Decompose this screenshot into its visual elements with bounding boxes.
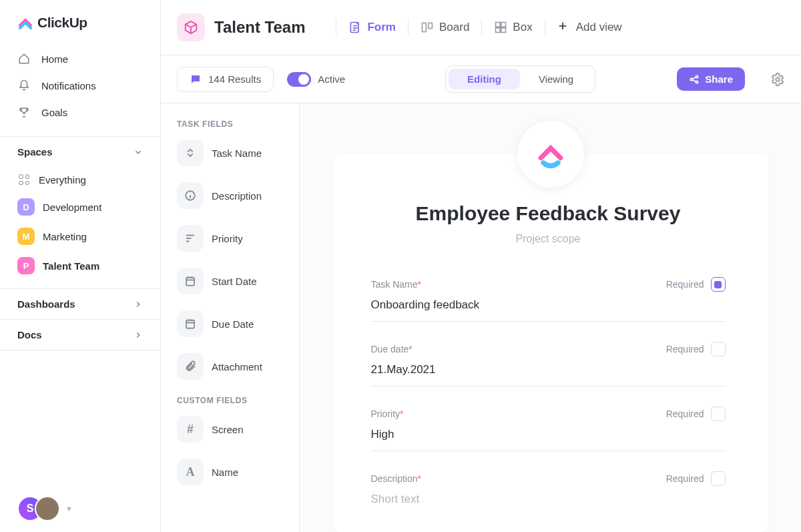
svg-rect-13 [186, 320, 194, 328]
space-development[interactable]: D Development [0, 192, 160, 222]
field-start-date[interactable]: Start Date [177, 268, 294, 294]
view-tab-box[interactable]: Box [494, 21, 532, 34]
required-toggle[interactable]: Required [666, 277, 726, 292]
space-chip-icon[interactable] [177, 13, 205, 41]
toolbar: 144 Results Active Editing Viewing Share [161, 55, 801, 103]
divider [336, 19, 336, 36]
calendar-icon [177, 310, 204, 337]
mode-editing[interactable]: Editing [449, 69, 520, 89]
expand-icon [177, 140, 204, 166]
form-canvas: Employee Feedback Survey Project scope T… [299, 103, 801, 532]
logo[interactable]: ClickUp [0, 15, 160, 45]
spaces-toggle[interactable]: Spaces [0, 136, 160, 167]
field-label: Start Date [212, 276, 257, 287]
sidebar: ClickUp Home Notifications Goals Spaces [0, 0, 161, 532]
space-label: Talent Team [43, 260, 99, 272]
form-field-priority[interactable]: Priority* Required High [371, 401, 726, 451]
plus-icon [557, 21, 571, 34]
nav-goals[interactable]: Goals [0, 99, 160, 125]
docs-toggle[interactable]: Docs [0, 319, 160, 350]
nav-notifications-label: Notifications [41, 80, 96, 91]
mode-viewing[interactable]: Viewing [520, 69, 592, 89]
nav-goals-label: Goals [41, 107, 67, 118]
priority-icon [177, 225, 204, 252]
field-due-date[interactable]: Due Date [177, 310, 294, 337]
space-marketing[interactable]: M Marketing [0, 222, 160, 251]
checkbox-checked-icon[interactable] [711, 277, 726, 292]
required-toggle[interactable]: Required [666, 407, 726, 421]
space-label: Marketing [43, 231, 87, 242]
space-title: Talent Team [214, 18, 305, 37]
switch-on-icon[interactable] [287, 72, 311, 87]
svg-rect-5 [496, 28, 501, 33]
active-toggle[interactable]: Active [287, 72, 345, 87]
field-value[interactable]: High [371, 428, 726, 441]
space-everything[interactable]: Everything [0, 167, 160, 192]
required-toggle[interactable]: Required [666, 471, 726, 486]
main-area: Talent Team Form Board Box A [161, 0, 801, 532]
nav-notifications[interactable]: Notifications [0, 72, 160, 99]
space-badge: P [17, 257, 35, 274]
field-attachment[interactable]: Attachment [177, 353, 294, 380]
active-label: Active [318, 73, 345, 85]
results-button[interactable]: 144 Results [177, 67, 274, 92]
form-card: Employee Feedback Survey Project scope T… [333, 154, 768, 532]
divider [545, 19, 545, 36]
box-icon [494, 21, 507, 34]
dashboards-toggle[interactable]: Dashboards [0, 288, 160, 319]
add-view-button[interactable]: Add view [557, 21, 622, 34]
form-logo[interactable] [517, 121, 584, 188]
settings-button[interactable] [770, 72, 785, 87]
nav-home[interactable]: Home [0, 45, 160, 72]
chevron-right-icon [134, 330, 143, 340]
space-talent-team[interactable]: P Talent Team [0, 251, 160, 280]
add-view-label: Add view [576, 21, 622, 34]
field-label: Name [212, 467, 238, 478]
view-tab-board-label: Board [439, 21, 469, 34]
checkbox-icon[interactable] [711, 407, 726, 421]
field-value[interactable]: Onboarding feedback [371, 298, 726, 312]
form-field-description[interactable]: Description* Required Short text [371, 466, 726, 515]
field-priority[interactable]: Priority [177, 225, 294, 252]
everything-icon [17, 173, 31, 186]
svg-rect-1 [422, 23, 426, 31]
avatar-stack[interactable]: S ▼ [0, 485, 160, 532]
custom-fields-heading: CUSTOM FIELDS [177, 396, 294, 405]
space-badge: M [17, 228, 35, 245]
field-label: Priority [212, 233, 243, 244]
form-title[interactable]: Employee Feedback Survey [371, 202, 726, 225]
comment-icon [190, 73, 202, 85]
field-label: Due Date [212, 318, 254, 330]
space-badge: D [17, 198, 35, 216]
divider [481, 19, 482, 36]
form-field-due-date[interactable]: Due date* Required 21.May.2021 [371, 336, 726, 386]
field-description[interactable]: Description [177, 182, 294, 209]
custom-field-screen[interactable]: # Screen [177, 416, 294, 443]
field-value[interactable]: 21.May.2021 [371, 363, 726, 376]
chevron-down-icon [134, 148, 143, 157]
svg-rect-2 [429, 23, 433, 28]
hash-icon: # [177, 416, 204, 443]
form-field-task-name[interactable]: Task Name* Required Onboarding feedback [371, 272, 726, 322]
field-label: Attachment [212, 361, 262, 372]
view-header: Talent Team Form Board Box A [161, 0, 801, 55]
required-toggle[interactable]: Required [666, 342, 726, 356]
custom-field-name[interactable]: A Name [177, 459, 294, 485]
field-label: Priority* [371, 409, 404, 419]
spaces-heading: Spaces [17, 146, 53, 158]
docs-label: Docs [17, 329, 42, 340]
form-icon [348, 21, 362, 34]
info-icon [177, 182, 204, 209]
share-button[interactable]: Share [677, 67, 745, 91]
view-tab-board[interactable]: Board [421, 21, 469, 34]
view-tab-form[interactable]: Form [348, 21, 396, 34]
field-task-name[interactable]: Task Name [177, 140, 294, 166]
share-icon [689, 74, 700, 85]
checkbox-icon[interactable] [711, 471, 726, 486]
trophy-icon [17, 105, 31, 119]
mode-segment: Editing Viewing [445, 65, 595, 93]
field-placeholder[interactable]: Short text [371, 493, 726, 506]
form-subtitle[interactable]: Project scope [371, 233, 726, 245]
divider [408, 19, 409, 36]
checkbox-icon[interactable] [711, 342, 726, 356]
